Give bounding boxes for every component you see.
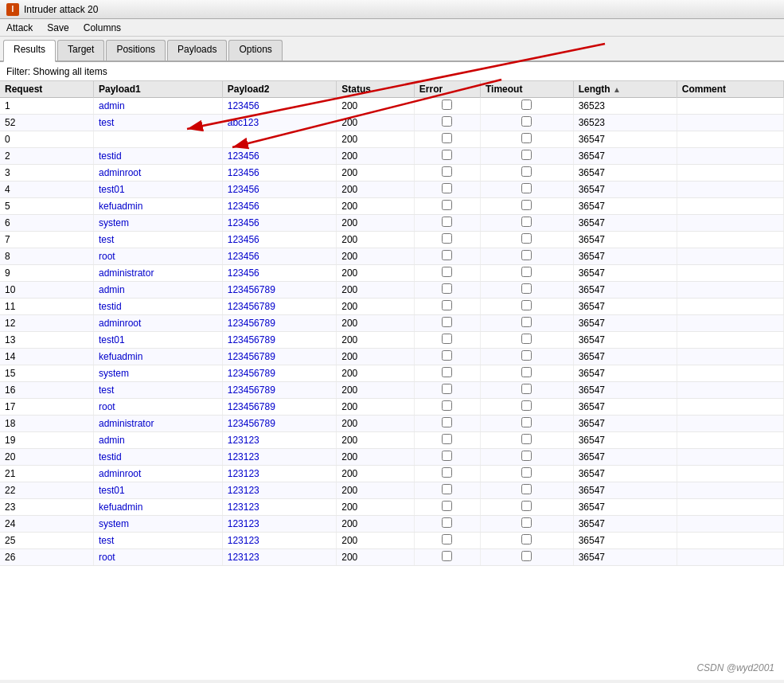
cell-payload1-link[interactable]: system xyxy=(99,518,129,529)
cell-timeout-input[interactable] xyxy=(521,400,532,411)
cell-timeout[interactable] xyxy=(480,315,573,332)
table-row[interactable]: 19admin12312320036547 xyxy=(0,432,784,449)
cell-error[interactable] xyxy=(414,432,480,449)
cell-payload2-link[interactable]: 123456 xyxy=(228,150,259,162)
cell-error[interactable] xyxy=(414,399,480,416)
cell-payload2-link[interactable]: 123456 xyxy=(228,251,259,262)
cell-error[interactable] xyxy=(414,382,480,399)
table-row[interactable]: 020036547 xyxy=(0,131,784,148)
cell-error-input[interactable] xyxy=(442,233,452,244)
cell-payload1-link[interactable]: adminroot xyxy=(99,318,141,329)
cell-timeout[interactable] xyxy=(480,181,573,198)
table-row[interactable]: 15system12345678920036547 xyxy=(0,365,784,382)
table-row[interactable]: 10admin12345678920036547 xyxy=(0,282,784,299)
col-comment[interactable]: Comment xyxy=(677,81,783,98)
cell-error-input[interactable] xyxy=(442,250,452,260)
cell-timeout-input[interactable] xyxy=(521,267,532,277)
cell-error-input[interactable] xyxy=(442,133,452,143)
cell-payload2-link[interactable]: 123456789 xyxy=(228,401,275,412)
cell-error[interactable] xyxy=(414,215,480,232)
menu-attack[interactable]: Attack xyxy=(3,21,36,35)
cell-payload2-link[interactable]: 123456789 xyxy=(228,418,275,429)
cell-payload1-link[interactable]: root xyxy=(99,251,115,262)
cell-timeout-input[interactable] xyxy=(521,183,532,193)
cell-timeout-input[interactable] xyxy=(521,317,532,327)
cell-payload2-link[interactable]: 123456789 xyxy=(228,384,275,396)
table-row[interactable]: 2testid12345620036547 xyxy=(0,148,784,165)
cell-payload1-link[interactable]: test01 xyxy=(99,334,125,345)
cell-timeout-input[interactable] xyxy=(521,451,532,461)
cell-error[interactable] xyxy=(414,299,480,315)
table-row[interactable]: 8root12345620036547 xyxy=(0,248,784,265)
table-row[interactable]: 52testabc12320036523 xyxy=(0,115,784,131)
cell-timeout-input[interactable] xyxy=(521,166,532,177)
table-row[interactable]: 7test12345620036547 xyxy=(0,232,784,248)
cell-error[interactable] xyxy=(414,98,480,115)
cell-payload1-link[interactable]: admin xyxy=(99,284,125,295)
cell-timeout[interactable] xyxy=(480,265,573,282)
cell-timeout-input[interactable] xyxy=(521,551,532,561)
cell-payload1-link[interactable]: test01 xyxy=(99,485,125,496)
table-row[interactable]: 5kefuadmin12345620036547 xyxy=(0,198,784,215)
cell-timeout-input[interactable] xyxy=(521,501,532,511)
cell-error-input[interactable] xyxy=(442,551,452,561)
cell-payload2-link[interactable]: 123456789 xyxy=(228,301,275,312)
table-row[interactable]: 3adminroot12345620036547 xyxy=(0,165,784,181)
cell-error[interactable] xyxy=(414,365,480,382)
cell-error-input[interactable] xyxy=(442,300,452,310)
cell-payload1-link[interactable]: adminroot xyxy=(99,167,141,178)
cell-error[interactable] xyxy=(414,533,480,549)
table-row[interactable]: 25test12312320036547 xyxy=(0,533,784,549)
menu-columns[interactable]: Columns xyxy=(80,21,124,35)
cell-timeout-input[interactable] xyxy=(521,250,532,260)
table-container[interactable]: Request Payload1 Payload2 Status Error T… xyxy=(0,81,784,680)
table-row[interactable]: 4test0112345620036547 xyxy=(0,181,784,198)
cell-error[interactable] xyxy=(414,181,480,198)
cell-error-input[interactable] xyxy=(442,467,452,478)
cell-payload2-link[interactable]: 123123 xyxy=(228,535,259,546)
cell-timeout-input[interactable] xyxy=(521,283,532,294)
cell-payload1-link[interactable]: root xyxy=(99,552,115,563)
cell-payload2-link[interactable]: 123456 xyxy=(228,217,259,228)
table-row[interactable]: 12adminroot12345678920036547 xyxy=(0,315,784,332)
cell-error-input[interactable] xyxy=(442,200,452,210)
cell-error[interactable] xyxy=(414,115,480,131)
cell-payload2-link[interactable]: 123123 xyxy=(228,485,259,496)
cell-error-input[interactable] xyxy=(442,166,452,177)
cell-payload2-link[interactable]: 123456789 xyxy=(228,318,275,329)
cell-payload2-link[interactable]: 123456789 xyxy=(228,351,275,362)
col-request[interactable]: Request xyxy=(0,81,94,98)
cell-error[interactable] xyxy=(414,549,480,566)
cell-payload1-link[interactable]: test xyxy=(99,384,114,396)
cell-timeout-input[interactable] xyxy=(521,133,532,143)
cell-payload2-link[interactable]: abc123 xyxy=(228,117,259,128)
tab-payloads[interactable]: Payloads xyxy=(167,40,227,60)
table-row[interactable]: 13test0112345678920036547 xyxy=(0,332,784,349)
table-row[interactable]: 23kefuadmin12312320036547 xyxy=(0,499,784,516)
cell-error-input[interactable] xyxy=(442,501,452,511)
table-row[interactable]: 26root12312320036547 xyxy=(0,549,784,566)
cell-payload1-link[interactable]: test01 xyxy=(99,184,125,195)
cell-timeout[interactable] xyxy=(480,466,573,482)
cell-error[interactable] xyxy=(414,248,480,265)
cell-error-input[interactable] xyxy=(442,150,452,160)
table-row[interactable]: 24system12312320036547 xyxy=(0,516,784,533)
cell-payload2-link[interactable]: 123456789 xyxy=(228,334,275,345)
cell-timeout-input[interactable] xyxy=(521,350,532,361)
cell-payload1-link[interactable]: system xyxy=(99,368,129,379)
tab-target[interactable]: Target xyxy=(57,40,104,60)
cell-error-input[interactable] xyxy=(442,283,452,294)
cell-timeout-input[interactable] xyxy=(521,334,532,344)
cell-payload2-link[interactable]: 123123 xyxy=(228,502,259,513)
cell-timeout[interactable] xyxy=(480,499,573,516)
cell-error-input[interactable] xyxy=(442,334,452,344)
tab-positions[interactable]: Positions xyxy=(106,40,166,60)
cell-timeout-input[interactable] xyxy=(521,100,532,110)
cell-payload2-link[interactable]: 123456789 xyxy=(228,284,275,295)
cell-error[interactable] xyxy=(414,482,480,499)
cell-timeout-input[interactable] xyxy=(521,217,532,227)
cell-error[interactable] xyxy=(414,282,480,299)
cell-error[interactable] xyxy=(414,165,480,181)
cell-timeout-input[interactable] xyxy=(521,484,532,494)
cell-error-input[interactable] xyxy=(442,367,452,377)
